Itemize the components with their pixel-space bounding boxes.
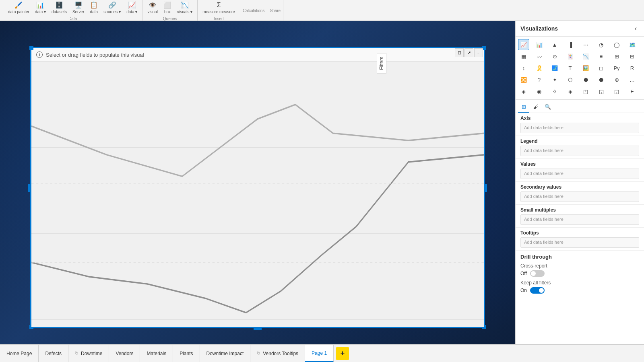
vis-icon-decomp[interactable]: 🔀 (518, 74, 529, 85)
vis-icon-slicer[interactable]: ≡ (596, 51, 607, 62)
keep-filters-toggle[interactable] (530, 287, 545, 294)
tab-home-page[interactable]: Home Page (0, 345, 39, 362)
field-drop-axis[interactable]: Add data fields here (520, 123, 639, 133)
vis-icon-r[interactable]: R (627, 62, 638, 74)
vis-icon-bar-chart[interactable]: 📊 (534, 39, 545, 50)
hint-icon: i (36, 51, 43, 58)
visual-filter-btn[interactable]: ⊟ (455, 48, 464, 57)
canvas-area[interactable]: Filters ⊟ ⤢ … i Select or drag fields to… (0, 21, 515, 344)
vis-icon-custom5[interactable]: ◈ (518, 86, 529, 97)
tab-downtime[interactable]: ↻ Downtime (68, 345, 109, 362)
datasets-btn[interactable]: 🗄️ datasets (49, 0, 69, 16)
resize-handle-topleft[interactable] (29, 46, 33, 50)
main-area: Filters ⊟ ⤢ … i Select or drag fields to… (0, 21, 644, 344)
field-drop-values[interactable]: Add data fields here (520, 169, 639, 179)
vis-icon-custom1[interactable]: ⬡ (565, 74, 576, 85)
resize-handle-bottom[interactable] (254, 327, 262, 330)
vis-icon-image[interactable]: 🖼️ (580, 62, 591, 74)
vis-icon-kpi[interactable]: 📉 (580, 51, 591, 62)
vis-icon-table[interactable]: ⊞ (611, 51, 622, 62)
vis-icon-treemap[interactable]: ▦ (518, 51, 529, 62)
vis-icon-more[interactable]: … (627, 74, 638, 85)
visual-focus-btn[interactable]: ⤢ (464, 48, 473, 57)
vis-icon-py[interactable]: Py (611, 62, 622, 74)
tab-plants[interactable]: Plants (173, 345, 200, 362)
field-well-tabs: ⊞ 🖌 🔍 (516, 100, 644, 113)
toolbar: 🖌️ data painter 📊 data ▾ 🗄️ datasets 🖥️ … (0, 0, 644, 21)
vis-icon-waterfall[interactable]: ↕ (518, 62, 529, 74)
field-drop-secondary[interactable]: Add data fields here (520, 191, 639, 202)
vis-icon-custom7[interactable]: ◊ (549, 86, 560, 97)
tab-vendors-tooltips-icon: ↻ (257, 351, 260, 356)
add-page-button[interactable]: + (336, 347, 349, 360)
vis-icon-card[interactable]: 🃏 (565, 51, 576, 62)
filters-tab[interactable]: Filters (377, 53, 386, 74)
server-btn[interactable]: 🖥️ Server (70, 0, 87, 16)
tab-downtime-impact[interactable]: Downtime Impact (200, 345, 251, 362)
tab-materials[interactable]: Materials (140, 345, 173, 362)
field-drop-legend[interactable]: Add data fields here (520, 146, 639, 156)
cross-report-toggle[interactable] (530, 270, 545, 277)
vis-icon-donut[interactable]: ◯ (611, 39, 622, 50)
field-well-tab-analytics[interactable]: 🔍 (542, 101, 553, 113)
box-btn[interactable]: ⬜ box (161, 0, 174, 16)
tab-vendors-tooltips[interactable]: ↻ Vendors Tooltips (250, 345, 305, 362)
vis-icon-custom10[interactable]: ◱ (596, 86, 607, 97)
field-drop-small-multiples[interactable]: Add data fields here (520, 214, 639, 225)
vis-icon-pie[interactable]: ◔ (596, 39, 607, 50)
vis-icon-text[interactable]: T (565, 62, 576, 74)
visual-more-btn[interactable]: … (474, 48, 483, 57)
visual-container[interactable]: ⊟ ⤢ … i Select or drag fields to populat… (30, 47, 485, 328)
visual-btn[interactable]: 👁️ visual (145, 0, 160, 16)
vis-icon-qna[interactable]: ? (534, 74, 545, 85)
tab-defects[interactable]: Defects (39, 345, 68, 362)
vis-icon-custom2[interactable]: ⬢ (580, 74, 591, 85)
field-section-tooltips: Tooltips Add data fields here (516, 228, 644, 251)
resize-handle-left[interactable] (28, 184, 31, 192)
visuals-btn[interactable]: 📉 visuals ▾ (175, 0, 195, 16)
vis-icon-custom3[interactable]: ⬣ (596, 74, 607, 85)
vis-icon-custom11[interactable]: ◲ (611, 86, 622, 97)
vis-icon-line-chart[interactable]: 📈 (518, 39, 529, 50)
keep-filters-subsection: Keep all filters On (520, 280, 639, 294)
toolbar-calculations-group: Calculations (240, 0, 267, 21)
keep-filters-track (530, 287, 545, 294)
vis-icon-gauge[interactable]: ⊙ (549, 51, 560, 62)
vis-icon-funnel[interactable]: ⏖ (534, 51, 545, 62)
vis-icon-ribbon[interactable]: 🎗️ (534, 62, 545, 74)
insert-section-label: Insert (214, 16, 224, 21)
tab-vendors[interactable]: Vendors (109, 345, 140, 362)
vis-icon-custom4[interactable]: ⊕ (611, 74, 622, 85)
resize-handle-right[interactable] (484, 184, 487, 192)
queries-section-label: Queries (163, 16, 177, 21)
cross-report-subsection: Cross-report Off (520, 263, 639, 277)
visual-toolbar: ⊟ ⤢ … (454, 47, 484, 58)
data-painter-btn[interactable]: 🖌️ data painter (6, 0, 32, 16)
keep-filters-toggle-row: On (520, 287, 639, 294)
data-dropdown-btn[interactable]: 📊 data ▾ (33, 0, 48, 16)
sources-btn[interactable]: 🔗 sources ▾ (101, 0, 123, 16)
field-drop-tooltips[interactable]: Add data fields here (520, 237, 639, 248)
field-well-tab-format[interactable]: 🖌 (530, 101, 541, 113)
tab-plants-label: Plants (180, 351, 193, 356)
tab-page1[interactable]: Page 1 (305, 345, 334, 362)
vis-icon-custom8[interactable]: ◈ (565, 86, 576, 97)
keep-filters-label: Keep all filters (520, 280, 639, 286)
data-btn[interactable]: 📋 data (87, 0, 100, 16)
field-well-tab-fields[interactable]: ⊞ (518, 101, 529, 113)
panel-collapse-btn[interactable]: ‹ (632, 24, 639, 33)
vis-icon-shape[interactable]: ◻ (596, 62, 607, 74)
measure-btn[interactable]: Σ measure measure (200, 0, 237, 16)
cross-report-track (530, 270, 545, 277)
vis-icon-map[interactable]: 🗺️ (627, 39, 638, 50)
vis-icon-scatter[interactable]: ⋯ (580, 39, 591, 50)
data2-btn[interactable]: 📈 data ▾ (124, 0, 140, 16)
vis-icon-custom9[interactable]: ◰ (580, 86, 591, 97)
vis-icon-custom12[interactable]: F (627, 86, 638, 97)
vis-icon-column-chart[interactable]: ▐ (565, 39, 576, 50)
vis-icon-custom6[interactable]: ◉ (534, 86, 545, 97)
vis-icon-area-chart[interactable]: ▲ (549, 39, 560, 50)
vis-icon-filled-map[interactable]: 🗾 (549, 62, 560, 74)
vis-icon-matrix[interactable]: ⊟ (627, 51, 638, 62)
vis-icon-smart[interactable]: ✦ (549, 74, 560, 85)
